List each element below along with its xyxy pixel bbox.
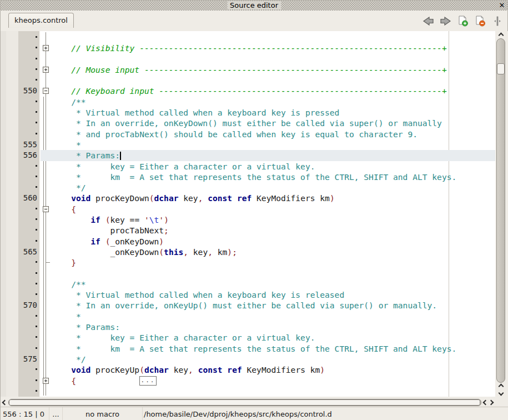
code-line[interactable]: * Virtual method called when a keyboard … [1, 107, 495, 118]
fold-expand-box[interactable] [43, 67, 49, 73]
fold-collapse-box[interactable] [43, 206, 49, 212]
collapsed-fold-ellipsis[interactable]: ... [139, 376, 157, 386]
code-text: */ [52, 354, 495, 364]
code-line[interactable]: * key = Either a character or a virtual … [1, 161, 495, 172]
fold-gutter-cell [39, 172, 52, 182]
token: * km = A set that represents the status … [52, 172, 456, 182]
code-line[interactable]: * and procTabNext() should be called whe… [1, 129, 495, 139]
fold-gutter-cell [39, 97, 52, 107]
fold-gutter-cell[interactable] [39, 204, 52, 214]
fold-expand-box[interactable] [43, 45, 49, 51]
code-line[interactable]: * Params: [1, 322, 495, 332]
code-line[interactable]: 570 * In an override, onKeyUp() must eit… [1, 300, 495, 311]
detach-splitter-button[interactable] [491, 16, 503, 27]
code-line[interactable]: 550 // Keyboard input ------------------… [1, 86, 495, 96]
code-viewport[interactable]: // Visibility --------------------------… [1, 31, 495, 397]
code-line[interactable]: 565 _onKeyDown(this, key, km); [1, 247, 495, 257]
fold-gutter-cell [39, 257, 52, 268]
fold-gutter-cell[interactable] [39, 86, 52, 96]
vertical-scrollbar[interactable] [495, 31, 506, 397]
code-line[interactable] [1, 386, 495, 397]
code-line[interactable]: // Mouse input -------------------------… [1, 64, 495, 75]
code-line[interactable]: * [1, 311, 495, 322]
code-line[interactable] [1, 268, 495, 279]
fold-gutter-cell [39, 300, 52, 311]
token: * [52, 312, 81, 321]
token: /** [52, 97, 86, 107]
fold-expand-box[interactable] [43, 378, 49, 384]
line-dot [1, 364, 39, 375]
go-back-button[interactable] [423, 16, 434, 27]
token: * [52, 140, 81, 149]
code-line[interactable] [1, 32, 495, 43]
code-line[interactable]: /** [1, 279, 495, 289]
current-code-line[interactable]: 556 * Params: [1, 150, 495, 161]
status-bar: 556 : 15 | 0 ... no macro /home/basile/D… [1, 407, 508, 420]
code-line[interactable]: * Virtual method called when a keyboard … [1, 289, 495, 300]
code-line[interactable]: /** [1, 97, 495, 107]
code-text: * In an override, onKeyDown() must eithe… [52, 118, 495, 128]
code-line[interactable]: if (_onKeyDown) [1, 236, 495, 247]
code-text: * Virtual method called when a keyboard … [52, 289, 495, 300]
close-document-button[interactable] [474, 16, 486, 27]
code-line[interactable]: */ [1, 182, 495, 193]
token: if [52, 237, 100, 246]
tab-kheops-control[interactable]: kheops.control [8, 13, 74, 28]
code-line[interactable]: } [1, 257, 495, 268]
fold-gutter-cell[interactable] [39, 43, 52, 53]
token: * Virtual method called when a keyboard … [52, 108, 339, 117]
fold-end-marker [46, 262, 50, 263]
code-line[interactable]: * km = A set that represents the status … [1, 172, 495, 182]
vertical-scrollbar-track[interactable] [496, 38, 505, 383]
horizontal-scrollbar-thumb[interactable] [9, 399, 480, 406]
fold-gutter-cell [39, 236, 52, 247]
scroll-up-button[interactable] [495, 32, 506, 38]
code-line[interactable]: { [1, 204, 495, 214]
code-line[interactable]: 575 */ [1, 354, 495, 364]
token: * and procTabNext() should be called whe… [52, 129, 418, 139]
token: + [442, 65, 447, 74]
horizontal-scrollbar[interactable] [1, 398, 495, 407]
code-line[interactable]: * In an override, onKeyDown() must eithe… [1, 118, 495, 128]
status-file-path: /home/basile/Dev/dproj/kheops/src/kheops… [143, 407, 508, 420]
scroll-left-button[interactable] [1, 398, 8, 407]
fold-collapse-box[interactable] [43, 88, 49, 94]
token [100, 215, 105, 224]
code-text: * [52, 139, 495, 150]
scroll-right-button[interactable] [487, 398, 494, 407]
vertical-scrollbar-thumb[interactable] [497, 63, 505, 74]
fold-gutter-cell[interactable] [39, 64, 52, 75]
scroll-up-button-secondary[interactable] [495, 383, 506, 389]
code-text: * key = Either a character or a virtual … [52, 332, 495, 343]
code-line[interactable]: if (key == '\t') [1, 214, 495, 225]
code-text: * Params: [52, 322, 495, 332]
code-text: /** [52, 97, 495, 107]
code-line[interactable]: procTabNext; [1, 225, 495, 236]
code-line[interactable]: * km = A set that represents the status … [1, 343, 495, 354]
code-line[interactable] [1, 54, 495, 64]
scroll-down-button[interactable] [495, 389, 506, 396]
fold-gutter-cell [39, 332, 52, 343]
code-line[interactable]: void procKeyUp(dchar key, const ref KeyM… [1, 364, 495, 375]
go-forward-button[interactable] [440, 16, 451, 27]
line-dot [1, 32, 39, 43]
splitter-icon [494, 16, 501, 26]
code-line[interactable]: 555 * [1, 139, 495, 150]
code-line[interactable]: {... [1, 376, 495, 386]
fold-gutter-cell[interactable] [39, 376, 52, 386]
new-document-button[interactable] [457, 16, 469, 27]
token: km [213, 247, 227, 257]
token: { [52, 204, 76, 214]
line-dot [1, 161, 39, 172]
code-line[interactable] [1, 75, 495, 86]
dock-title-bar[interactable]: Source editor ✕ [1, 1, 507, 11]
code-text [52, 54, 495, 64]
line-dot [1, 172, 39, 182]
code-line[interactable]: // Visibility --------------------------… [1, 43, 495, 53]
fold-gutter-cell [39, 354, 52, 364]
close-icon[interactable]: ✕ [498, 1, 506, 9]
code-line[interactable]: * key = Either a character or a virtual … [1, 332, 495, 343]
line-dot [1, 214, 39, 225]
code-line[interactable]: 560 void procKeyDown(dchar key, const re… [1, 193, 495, 203]
token: ----------------------------------------… [144, 65, 442, 74]
